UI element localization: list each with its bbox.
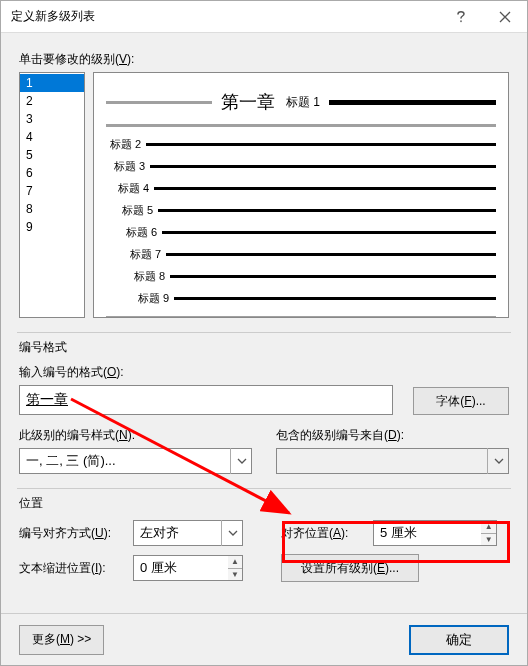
level-item-4[interactable]: 4 <box>20 128 84 146</box>
align-label: 编号对齐方式(U): <box>19 525 123 542</box>
dialog-title: 定义新多级列表 <box>11 8 439 25</box>
chevron-down-icon[interactable] <box>487 448 509 474</box>
align-at-spinner[interactable]: ▲ ▼ <box>373 520 497 546</box>
preview-chapter: 第一章 <box>221 90 275 114</box>
preview-heading-1: 标题 1 <box>286 94 320 111</box>
level-item-8[interactable]: 8 <box>20 200 84 218</box>
chevron-down-icon[interactable] <box>230 448 252 474</box>
font-button[interactable]: 字体(F)... <box>413 387 509 415</box>
indent-label: 文本缩进位置(I): <box>19 560 123 577</box>
spinner-up-icon[interactable]: ▲ <box>481 521 496 534</box>
indent-spinner[interactable] <box>133 555 228 581</box>
number-style-combo[interactable] <box>19 448 252 474</box>
level-item-7[interactable]: 7 <box>20 182 84 200</box>
number-format-input[interactable] <box>19 385 393 415</box>
help-button[interactable] <box>439 2 483 32</box>
levels-label: 单击要修改的级别(V): <box>19 51 509 68</box>
close-button[interactable] <box>483 2 527 32</box>
chevron-down-icon[interactable] <box>221 520 243 546</box>
include-level-combo[interactable] <box>276 448 509 474</box>
set-all-levels-button[interactable]: 设置所有级别(E)... <box>281 554 419 582</box>
help-icon <box>455 10 467 24</box>
spinner-down-icon[interactable]: ▼ <box>228 569 242 581</box>
align-at-label: 对齐位置(A): <box>281 525 363 542</box>
preview-pane: 第一章 标题 1 标题 2 标题 3 标题 4 标题 5 标题 6 标题 7 标… <box>93 72 509 318</box>
number-style-label: 此级别的编号样式(N): <box>19 427 252 444</box>
more-button[interactable]: 更多(M) >> <box>19 625 104 655</box>
dialog-footer: 更多(M) >> 确定 <box>1 613 527 665</box>
level-item-3[interactable]: 3 <box>20 110 84 128</box>
align-combo[interactable] <box>133 520 243 546</box>
spinner-down-icon[interactable]: ▼ <box>481 534 496 546</box>
close-icon <box>499 11 511 23</box>
level-item-2[interactable]: 2 <box>20 92 84 110</box>
level-item-1[interactable]: 1 <box>20 74 84 92</box>
levels-listbox[interactable]: 1 2 3 4 5 6 7 8 9 <box>19 72 85 318</box>
ok-button[interactable]: 确定 <box>409 625 509 655</box>
level-item-5[interactable]: 5 <box>20 146 84 164</box>
spinner-up-icon[interactable]: ▲ <box>228 556 242 569</box>
number-format-label: 输入编号的格式(O): <box>19 364 509 381</box>
section-number-format: 编号格式 <box>19 339 509 356</box>
titlebar: 定义新多级列表 <box>1 1 527 33</box>
section-position: 位置 <box>19 495 509 512</box>
level-item-6[interactable]: 6 <box>20 164 84 182</box>
level-item-9[interactable]: 9 <box>20 218 84 236</box>
include-level-label: 包含的级别编号来自(D): <box>276 427 509 444</box>
dialog-define-multilevel-list: 定义新多级列表 单击要修改的级别(V): 1 2 3 4 5 6 7 8 9 <box>0 0 528 666</box>
